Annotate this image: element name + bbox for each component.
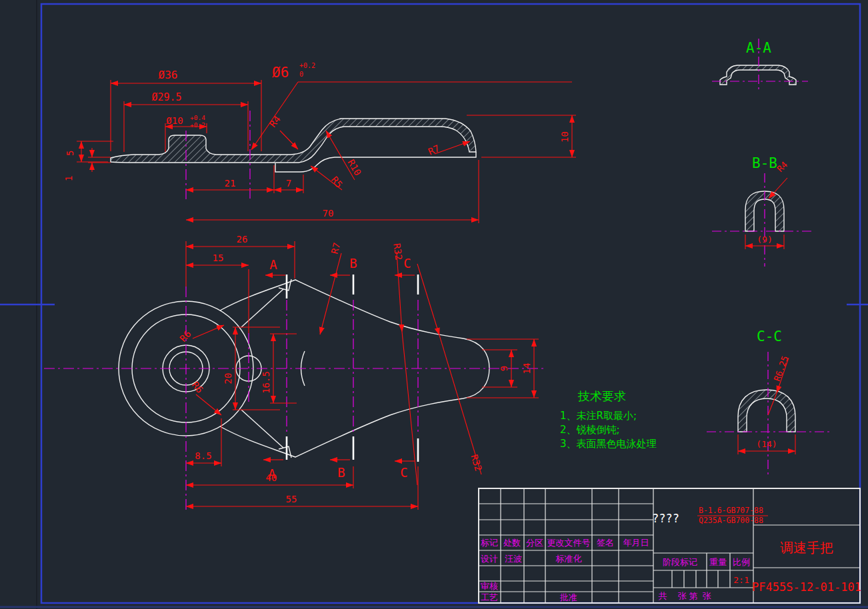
dim-dia29_5: Ø29.5: [151, 91, 181, 103]
cc-profile: [738, 390, 795, 432]
section-view-aa: A-A: [712, 39, 808, 92]
aa-profile: [720, 65, 796, 85]
bb-width: (9): [757, 235, 772, 245]
label-cc: C-C: [757, 328, 782, 344]
dim-14: 14: [521, 363, 532, 374]
tb-scale-value: 2:1: [733, 575, 749, 585]
title-block: 标记 处数 分区 更改文件号 签名 年月日 设计 汪波 标准化 审核 工艺 批准…: [479, 488, 861, 603]
tb-col-zone: 分区: [526, 538, 543, 548]
main-view-centerlines: [44, 287, 544, 512]
technical-requirements: 技术要求 1、未注R取最小; 2、锐棱倒钝; 3、表面黑色电泳处理: [560, 389, 657, 450]
tb-standard: 标准化: [556, 554, 582, 564]
tb-col-mark: 标记: [481, 538, 498, 548]
dim-16-5: 16.5: [261, 371, 271, 394]
tb-process: 工艺: [481, 592, 498, 602]
tb-col-doc: 更改文件号: [547, 538, 591, 548]
main-view-dimensions: [186, 241, 539, 510]
tb-stage-mark: 阶段标记: [663, 557, 697, 567]
dim-7: 7: [286, 178, 291, 189]
dim-r4: R4: [267, 114, 283, 129]
dim-dia6: Ø6: [272, 65, 289, 81]
cc-width: (14): [756, 439, 777, 449]
tb-drawing-number: PF455S-12-01-101: [752, 580, 861, 594]
tb-col-sign: 签名: [597, 538, 614, 548]
cad-canvas: Ø36 Ø29.5 Ø10 +0.4 +0.2 Ø6 +0.2 0 R4 R10…: [0, 0, 868, 609]
dim-40: 40: [266, 472, 277, 483]
main-view-dim-texts: A B C A B C 26 15 20 16.5 9 14 8.5 40 55…: [177, 234, 532, 504]
dim-8-5: 8.5: [195, 450, 211, 461]
tb-weight: 重量: [709, 557, 727, 567]
title-block-red-texts: B-1.6-GB707-88 Q235A-GB700-88 2:1 调速手把 P…: [699, 506, 861, 594]
section-letter-b-top: B: [349, 256, 357, 271]
section-letter-b-bottom: B: [337, 465, 345, 480]
section-letter-c-bottom: C: [400, 465, 407, 480]
section-view-bb: B-B R4 (9): [712, 155, 815, 267]
dim-r32-top: R32: [391, 243, 404, 261]
tb-approve: 批准: [559, 592, 577, 602]
tb-sheet-di: 第: [689, 591, 698, 601]
dim-1: 1: [63, 176, 74, 181]
top-section-view: Ø36 Ø29.5 Ø10 +0.4 +0.2 Ø6 +0.2 0 R4 R10…: [63, 62, 576, 223]
dim-r6-top: R6: [177, 328, 193, 344]
dim-dia36: Ø36: [159, 69, 178, 81]
dim-dia10-tol-dn: +0.2: [190, 121, 205, 129]
dim-15: 15: [213, 253, 224, 263]
cc-r625: R6.25: [772, 354, 790, 382]
drawing-svg: Ø36 Ø29.5 Ø10 +0.4 +0.2 Ø6 +0.2 0 R4 R10…: [0, 0, 868, 609]
dim-26: 26: [237, 234, 248, 245]
tech-req-item-3: 3、表面黑色电泳处理: [560, 438, 657, 450]
dim-r10: R10: [345, 158, 363, 178]
tb-sheet-zhang2: 张: [703, 591, 712, 601]
dim-21: 21: [225, 178, 236, 189]
dim-dia10: Ø10: [166, 115, 183, 126]
dim-55: 55: [286, 494, 297, 504]
dim-r32-bottom: R32: [469, 453, 484, 472]
tb-col-date: 年月日: [623, 538, 649, 548]
dim-9: 9: [499, 366, 509, 371]
tb-part-name: 调速手把: [780, 540, 833, 556]
main-plan-view: A B C A B C 26 15 20 16.5 9 14 8.5 40 55…: [44, 234, 544, 512]
dim-r7-leader: R7: [329, 241, 342, 255]
tech-req-item-2: 2、锐棱倒钝;: [560, 424, 620, 436]
tb-scale-label: 比例: [733, 557, 750, 567]
dim-10-height: 10: [559, 131, 570, 143]
section-view-cc: C-C R6.25 (14): [707, 328, 830, 476]
dim-r7-top: R7: [427, 143, 441, 157]
dim-20: 20: [223, 373, 233, 384]
tb-col-count: 处数: [503, 538, 521, 548]
dim-dia10-tol-up: +0.4: [190, 114, 205, 121]
dim-5: 5: [65, 151, 75, 156]
section-letter-a-top: A: [269, 257, 277, 272]
tb-sheet-zhang1: 张: [678, 591, 687, 601]
dim-dia6-tol-up: +0.2: [299, 62, 315, 69]
tb-material-1: B-1.6-GB707-88: [699, 506, 763, 515]
tb-sheet-gong: 共: [659, 591, 667, 601]
tb-unknown-marks: ????: [652, 512, 679, 525]
dim-dia6-tol-dn: 0: [299, 71, 303, 78]
bb-centerlines: [712, 173, 815, 267]
dim-70: 70: [323, 208, 334, 219]
tb-material-2: Q235A-GB700-88: [699, 516, 763, 525]
tb-design: 设计: [481, 554, 498, 564]
tb-review: 审核: [481, 581, 498, 591]
dim-r6-bottom: R6: [190, 380, 205, 395]
tech-req-title: 技术要求: [577, 389, 626, 403]
tech-req-item-1: 1、未注R取最小;: [560, 410, 637, 422]
tb-designer: 汪波: [505, 554, 522, 564]
dim-r5: R5: [329, 175, 345, 190]
label-bb: B-B: [752, 155, 777, 171]
